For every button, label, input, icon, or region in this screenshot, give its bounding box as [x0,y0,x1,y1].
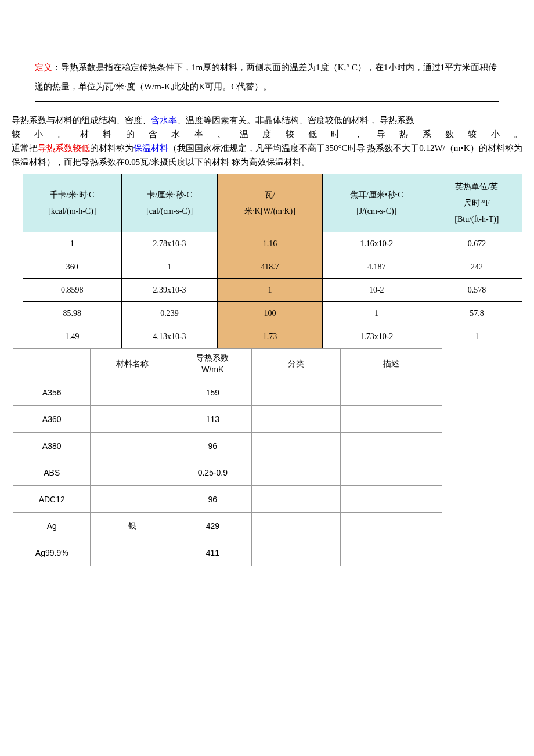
para-line1b: 、温度等因素有关。非晶体结构、密度较低的材料， 导热系数 [177,116,414,125]
table-cell: ADC12 [13,486,91,513]
table-cell: ABS [13,459,91,486]
table-cell: 1.49 [23,325,121,348]
table-row: 0.85982.39x10-3110-20.578 [23,279,522,302]
table-cell [251,433,341,459]
table-cell: 10-2 [322,279,431,302]
table-row: A38096 [13,433,442,459]
table-cell: 360 [23,255,121,279]
table-cell [251,406,341,433]
table-row: 1.494.13x10-31.731.73x10-21 [23,325,522,348]
table-cell: 159 [174,379,251,406]
table-cell: 411 [174,539,251,566]
table-cell [91,459,174,486]
table-row: Ag银429 [13,513,442,539]
material-table: 材料名称 导热系数W/mK 分类 描述 A356159A360113A38096… [13,348,442,566]
definition-label: 定义 [35,63,52,72]
table-cell: 418.7 [218,255,322,279]
table1-body: 12.78x10-31.161.16x10-20.6723601418.74.1… [23,232,522,348]
mat-header-coef: 导热系数W/mK [174,349,251,379]
table-row: A356159 [13,379,442,406]
mat-header-name: 材料名称 [91,349,174,379]
table-cell [91,539,174,566]
mat-header-desc: 描述 [341,349,442,379]
table-cell: 0.578 [431,279,522,302]
table-cell: 429 [174,513,251,539]
table-cell: 1 [218,279,322,302]
table-row: Ag99.9%411 [13,539,442,566]
table-cell: A380 [13,433,91,459]
table-cell [91,406,174,433]
definition-text: ：导热系数是指在稳定传热条件下，1m厚的材料，两侧表面的温差为1度（K,° C）… [35,63,497,91]
table-header-row: 千卡/米·时·C[kcal/(m-h-C)] 卡/厘米·秒-C[cal/(cm-… [23,174,522,232]
definition-header: 定义：导热系数是指在稳定传热条件下，1m厚的材料，两侧表面的温差为1度（K,° … [35,58,499,102]
table-cell: 2.78x10-3 [121,232,218,255]
table-cell [341,539,442,566]
table-cell [341,433,442,459]
table-cell: 0.239 [121,302,218,325]
table-cell: 1 [121,255,218,279]
table-cell: 100 [218,302,322,325]
para-blue: 保温材料 [134,143,168,153]
table-row: ADC1296 [13,486,442,513]
table-cell [251,539,341,566]
unit-header-watt: 瓦/米·K[W/(m·K)] [218,174,322,232]
table-cell [251,486,341,513]
para-red: 导热系数较低 [38,143,90,153]
table-cell: 1.16 [218,232,322,255]
table-cell [341,406,442,433]
table-cell: 0.672 [431,232,522,255]
table-row: ABS0.25-0.9 [13,459,442,486]
table-cell: 1.73 [218,325,322,348]
table-cell: 1 [431,325,522,348]
table-cell [341,379,442,406]
table-row: 3601418.74.187242 [23,255,522,279]
table-cell: 57.8 [431,302,522,325]
table-cell: 2.39x10-3 [121,279,218,302]
table-cell [251,459,341,486]
table-cell: Ag99.9% [13,539,91,566]
table-cell: 1.73x10-2 [322,325,431,348]
table-cell: 1 [322,302,431,325]
mat-header-blank [13,349,91,379]
para-line3a: 通常把 [12,143,38,153]
table-cell [91,486,174,513]
para-line3b: 的材料称为 [90,143,134,153]
table-cell: 0.8598 [23,279,121,302]
table-cell: A356 [13,379,91,406]
table2-body: A356159A360113A38096ABS0.25-0.9ADC1296Ag… [13,379,442,566]
table-cell [91,433,174,459]
table-cell [341,513,442,539]
table-cell: 4.187 [322,255,431,279]
table-cell [341,459,442,486]
body-paragraph: 导热系数与材料的组成结构、密度、含水率、温度等因素有关。非晶体结构、密度较低的材… [12,113,522,169]
table-header-row: 材料名称 导热系数W/mK 分类 描述 [13,349,442,379]
table-cell: 1.16x10-2 [322,232,431,255]
table-cell: 4.13x10-3 [121,325,218,348]
table-row: 85.980.239100157.8 [23,302,522,325]
table-cell [91,379,174,406]
table-cell: 96 [174,433,251,459]
table-cell: 85.98 [23,302,121,325]
moisture-link[interactable]: 含水率 [151,116,177,125]
para-line2: 较小。材料的含水率、温度较低时，导热系数较小。 [12,127,522,141]
table-row: A360113 [13,406,442,433]
table-cell [341,486,442,513]
table-cell: Ag [13,513,91,539]
unit-header-cal: 卡/厘米·秒-C[cal/(cm-s-C)] [121,174,218,232]
unit-conversion-table: 千卡/米·时·C[kcal/(m-h-C)] 卡/厘米·秒-C[cal/(cm-… [23,174,522,348]
unit-header-kcal: 千卡/米·时·C[kcal/(m-h-C)] [23,174,121,232]
table-cell: 113 [174,406,251,433]
table-cell: 0.25-0.9 [174,459,251,486]
table-cell: 242 [431,255,522,279]
table-cell [251,513,341,539]
table-cell: 96 [174,486,251,513]
unit-header-joule: 焦耳/厘米•秒·C[J/(cm-s-C)] [322,174,431,232]
table-cell: A360 [13,406,91,433]
para-line1a: 导热系数与材料的组成结构、密度、 [12,116,151,125]
table-cell [251,379,341,406]
table-cell: 1 [23,232,121,255]
table-cell: 银 [91,513,174,539]
table-row: 12.78x10-31.161.16x10-20.672 [23,232,522,255]
unit-header-btu: 英热单位/英尺时·°F[Btu/(ft-h-T)] [431,174,522,232]
mat-header-cat: 分类 [251,349,341,379]
